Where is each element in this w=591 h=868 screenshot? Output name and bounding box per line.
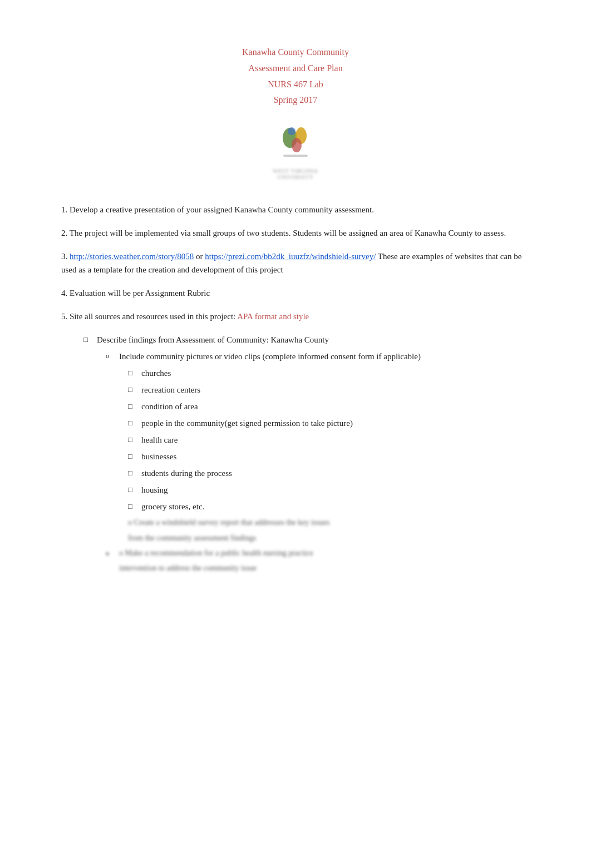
list-bullet-symbol: □ [128, 451, 136, 463]
item-5-prefix: Site all sources and resources used in t… [70, 312, 237, 321]
list-bullet-symbol: □ [128, 384, 136, 396]
list-item-text: recreation centers [141, 383, 200, 396]
list-item: □ housing [128, 483, 530, 497]
list-item: □ health care [128, 433, 530, 447]
blurred-line-1: o Create a windshield survey report that… [128, 517, 530, 529]
sub-list: o Include community pictures or video cl… [106, 350, 530, 578]
list-bullet-symbol: □ [128, 418, 136, 429]
header-line3: NURS 467 Lab [61, 77, 530, 93]
item-5: 5. Site all sources and resources used i… [61, 310, 530, 323]
list-item: □ condition of area [128, 400, 530, 413]
list-item-text: people in the community(get signed permi… [141, 416, 353, 430]
list-item-text: businesses [141, 450, 176, 463]
svg-point-2 [292, 138, 302, 152]
sub-bullet-text: Include community pictures or video clip… [119, 350, 421, 363]
link-weather[interactable]: http://stories.weather.com/story/8058 [70, 252, 194, 261]
blurred-sub-bullet: o o Make a recommendation for a public h… [106, 547, 530, 578]
content: 1. Develop a creative presentation of yo… [61, 203, 530, 578]
item-5-highlight: APA format and style [237, 312, 309, 321]
sub-sub-list: □ churches □ recreation centers □ condit… [128, 366, 530, 513]
item-1: 1. Develop a creative presentation of yo… [61, 203, 530, 216]
header-line2: Assessment and Care Plan [61, 61, 530, 77]
item-4-text: Evaluation will be per Assignment Rubric [70, 289, 210, 297]
list-item: □ people in the community(get signed per… [128, 416, 530, 430]
blurred-sub-symbol: o [106, 548, 114, 559]
list-item: □ grocery stores, etc. [128, 500, 530, 513]
item-2-number: 2. [61, 229, 70, 237]
item-2: 2. The project will be implemented via s… [61, 226, 530, 240]
item-2-text: The project will be implemented via smal… [70, 229, 506, 237]
list-item-text: students during the process [141, 467, 232, 480]
list-item: □ churches [128, 366, 530, 380]
page: Kanawha County Community Assessment and … [0, 0, 591, 868]
logo-placeholder: WEST VIRGINIAUNIVERSITY [262, 125, 329, 181]
svg-point-3 [288, 127, 296, 135]
svg-rect-4 [283, 155, 308, 157]
list-bullet-symbol: □ [128, 501, 136, 513]
item-1-text: Develop a creative presentation of your … [70, 205, 374, 214]
bullet-list-top: □ Describe findings from Assessment of C… [83, 333, 530, 578]
sub-bullet-item: o Include community pictures or video cl… [106, 350, 530, 363]
list-bullet-symbol: □ [128, 401, 136, 413]
header: Kanawha County Community Assessment and … [61, 44, 530, 108]
blurred-line-2: from the community assessment findings [128, 532, 530, 544]
header-line4: Spring 2017 [61, 92, 530, 108]
top-bullet-symbol: □ [83, 334, 91, 346]
logo-icon [273, 126, 318, 165]
logo-text: WEST VIRGINIAUNIVERSITY [273, 168, 318, 180]
blurred-line-4: intervention to address the community is… [119, 562, 313, 574]
blurred-section: o Create a windshield survey report that… [128, 517, 530, 544]
item-5-number: 5. [61, 312, 70, 321]
item-1-number: 1. [61, 205, 70, 214]
list-bullet-symbol: □ [128, 368, 136, 379]
top-bullet-item: □ Describe findings from Assessment of C… [83, 333, 530, 346]
logo-area: WEST VIRGINIAUNIVERSITY [61, 125, 530, 181]
list-item: □ businesses [128, 450, 530, 463]
list-item-text: housing [141, 483, 168, 497]
list-item: □ recreation centers [128, 383, 530, 396]
link-prezi[interactable]: https://prezi.com/bb2dk_iuuzfz/windshiel… [205, 252, 376, 261]
sub-bullet-symbol: o [106, 351, 114, 361]
list-item-text: condition of area [141, 400, 198, 413]
list-item-text: churches [141, 366, 171, 380]
item-3-mid: or [194, 252, 205, 261]
blurred-line-3: o Make a recommendation for a public hea… [119, 547, 313, 559]
item-4: 4. Evaluation will be per Assignment Rub… [61, 286, 530, 300]
list-item: □ students during the process [128, 467, 530, 480]
list-bullet-symbol: □ [128, 468, 136, 479]
top-bullet-text: Describe findings from Assessment of Com… [97, 333, 329, 346]
item-3-number: 3. [61, 252, 70, 261]
item-4-number: 4. [61, 289, 70, 297]
list-bullet-symbol: □ [128, 434, 136, 446]
blurred-sub-content: o Make a recommendation for a public hea… [119, 547, 313, 578]
item-3: 3. http://stories.weather.com/story/8058… [61, 250, 530, 276]
list-item-text: grocery stores, etc. [141, 500, 204, 513]
list-item-text: health care [141, 433, 178, 447]
header-line1: Kanawha County Community [61, 44, 530, 61]
list-bullet-symbol: □ [128, 484, 136, 496]
